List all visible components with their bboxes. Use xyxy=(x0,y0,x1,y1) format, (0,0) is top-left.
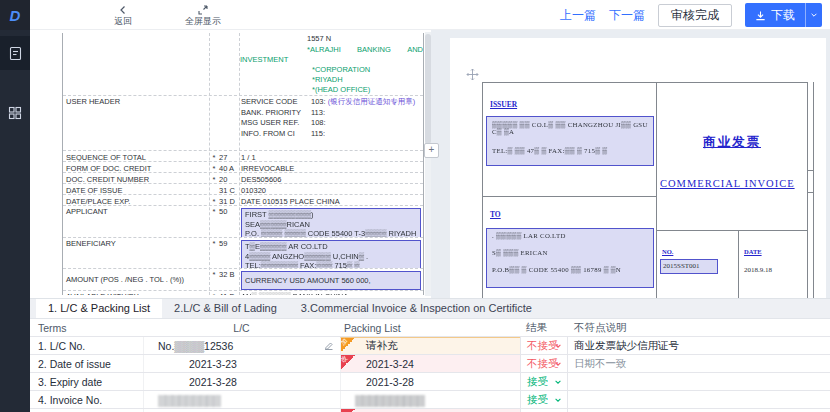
sidebar-item-apps[interactable] xyxy=(0,96,30,130)
invoice-grid-line xyxy=(808,192,814,193)
field-label: USER HEADER xyxy=(63,96,209,150)
bank-name-line: *CORPORATION xyxy=(312,65,423,75)
term-cell: 4. Invoice No. xyxy=(30,391,143,408)
changed-badge: 改 xyxy=(341,355,355,369)
invoice-column-divider xyxy=(813,82,814,298)
tab-commercial-invoice-inspection[interactable]: 3.Commercial Invoice & Inspection on Cer… xyxy=(289,299,544,318)
invoice-title-cn: 商业发票 xyxy=(656,134,808,151)
column-header-lc: L/C xyxy=(143,322,340,334)
app-screen: D 返回 全屏显示 上一篇 下一篇 审核完成 下载 xyxy=(0,0,830,412)
swift-message-table: 1557 N *ALRAJHI BANKING AND INVESTMENT *… xyxy=(62,33,424,295)
move-crosshair-icon[interactable] xyxy=(466,68,479,81)
swift-row: DOC. CREDIT NUMBER * 20 DES505606 xyxy=(63,172,423,183)
grid-apps-icon xyxy=(8,106,22,120)
comparison-table-header: Terms L/C Packing List 结果 不符点说明 xyxy=(30,319,830,337)
result-select[interactable]: 接受 xyxy=(521,375,567,389)
edit-pencil-icon[interactable] xyxy=(324,341,334,351)
swift-document-page: 1557 N *ALRAJHI BANKING AND INVESTMENT *… xyxy=(30,30,431,298)
bank-name-line: *ALRAJHI BANKING AND xyxy=(307,45,423,55)
user-header-item: INFO. FROM CI115: xyxy=(241,129,423,140)
invoice-document-page: ISSUER ▒▒▒▒▒ ▒▒ CO.L▒ ▒▒ CHANGZHOU JI▒▒ … xyxy=(450,38,826,298)
lc-value-cell: No.▒▒▒▒12536 xyxy=(143,337,340,354)
lc-value-cell: ▒▒▒▒▒▒▒▒▒ xyxy=(143,391,340,408)
highlighted-field-applicant[interactable]: FIRST ▒▒▒▒▒▒▒▒) SEA▒▒▒▒▒RICAN P.O. ▒▒▒▒ … xyxy=(241,208,421,237)
vertical-scrollbar[interactable] xyxy=(425,32,431,296)
discrepancy-note-cell[interactable] xyxy=(568,391,830,408)
packing-list-value-cell: 2021-3-28 xyxy=(340,373,520,390)
user-header-item: MSG USER REF.108: xyxy=(241,118,423,129)
result-select[interactable]: 不接受 xyxy=(521,357,567,371)
topbar: D 返回 全屏显示 上一篇 下一篇 审核完成 下载 xyxy=(0,0,830,30)
chevron-down-icon xyxy=(554,360,562,368)
app-logo: D xyxy=(0,0,30,30)
discrepancy-note-cell[interactable] xyxy=(568,373,830,390)
fullscreen-button[interactable]: 全屏显示 xyxy=(176,1,230,29)
invoice-column-divider xyxy=(656,82,657,298)
back-button[interactable]: 返回 xyxy=(103,1,143,29)
swift-row-user-header: USER HEADER SERVICE CODE103: (银行发信用证通知专用… xyxy=(63,95,423,150)
prev-doc-link[interactable]: 上一篇 xyxy=(560,7,596,24)
bank-name-line: INVESTMENT xyxy=(240,55,423,65)
fullscreen-icon xyxy=(198,5,208,15)
result-select[interactable]: 不接受 xyxy=(521,339,567,353)
invoice-no-label: NO. xyxy=(662,248,673,255)
comparison-tabs: 1. L/C & Packing List 2.L/C & Bill of La… xyxy=(30,299,830,319)
highlighted-field-amount[interactable]: CURRENCY USD AMOUNT 560 000, xyxy=(241,271,421,290)
swift-msg-type: 1557 N xyxy=(307,34,423,43)
download-dropdown-button[interactable] xyxy=(805,3,822,27)
highlighted-field-beneficiary[interactable]: T▒E▒▒▒▒▒ AR CO.LTD 4▒▒▒▒ ANGZHO▒▒▒▒▒ U,C… xyxy=(241,240,421,268)
lc-value-cell: 2021-3-28 xyxy=(143,373,340,390)
term-cell: 3. Expiry date xyxy=(30,373,143,390)
column-header-discrepancy: 不符点说明 xyxy=(568,321,830,335)
column-header-terms: Terms xyxy=(30,322,143,334)
document-workspace: 1557 N *ALRAJHI BANKING AND INVESTMENT *… xyxy=(30,30,830,298)
sidebar xyxy=(0,30,30,412)
to-label: TO xyxy=(490,210,501,219)
invoice-date-label: DATE xyxy=(744,248,762,255)
tab-lc-packing-list[interactable]: 1. L/C & Packing List xyxy=(36,299,162,318)
zoom-in-button[interactable]: + xyxy=(424,143,439,158)
review-complete-button[interactable]: 审核完成 xyxy=(658,4,732,27)
issuer-label: ISSUER xyxy=(490,100,517,109)
user-header-item: BANK. PRIORITY113: xyxy=(241,108,423,119)
highlighted-field-issuer[interactable]: ▒▒▒▒▒ ▒▒ CO.L▒ ▒▒ CHANGZHOU JI▒▒ GSU C▒ … xyxy=(486,116,654,166)
scrollbar-thumb[interactable] xyxy=(425,34,431,144)
result-select[interactable]: 接受 xyxy=(521,393,567,407)
fullscreen-label: 全屏显示 xyxy=(185,16,221,26)
sidebar-item-document-review[interactable] xyxy=(0,36,30,70)
invoice-column-divider xyxy=(738,230,739,298)
chevron-left-icon xyxy=(118,5,128,15)
chevron-down-icon xyxy=(554,342,562,350)
discrepancy-note-cell[interactable]: 商业发票缺少信用证号 xyxy=(568,337,830,354)
bank-stamp-note: (银行发信用证通知专用章) xyxy=(328,97,416,106)
swift-row-beneficiary: BENEFICIARY * 59 T▒E▒▒▒▒▒ AR CO.LTD 4▒▒▒… xyxy=(63,237,423,268)
next-doc-link[interactable]: 下一篇 xyxy=(609,7,645,24)
tab-lc-bill-of-lading[interactable]: 2.L/C & Bill of Lading xyxy=(162,299,289,318)
swift-row: DATE/PLACE EXP. * 31 D DATE 010515 PLACE… xyxy=(63,194,423,205)
download-icon xyxy=(755,10,766,21)
download-label: 下载 xyxy=(771,7,795,24)
invoice-grid-line xyxy=(656,230,808,231)
bank-name-line: *(HEAD OFFICE) xyxy=(312,85,423,95)
invoice-grid-line xyxy=(482,196,657,197)
download-button[interactable]: 下载 xyxy=(745,3,805,27)
invoice-grid-line xyxy=(808,170,814,171)
highlighted-field-invoice-no[interactable]: 2015SST001 xyxy=(660,259,718,274)
discrepancy-note-cell[interactable]: 日期不一致 xyxy=(568,355,830,372)
comparison-row: 1. L/C No. No.▒▒▒▒12536 加 请补充 不接受 商业发票缺少… xyxy=(30,337,830,355)
swift-row-amount: AMOUNT (POS . /NEG . TOL . (%)) * 32 B C… xyxy=(63,268,423,290)
column-header-packing-list: Packing List xyxy=(340,322,520,334)
topbar-actions: 上一篇 下一篇 审核完成 下载 xyxy=(560,0,822,30)
swift-row: SEQUENCE OF TOTAL * 27 1 / 1 xyxy=(63,150,423,161)
swift-row: FORM OF DOC. CREDIT * 40 A IRREVOCABLE xyxy=(63,161,423,172)
swift-row-header-block: 1557 N *ALRAJHI BANKING AND INVESTMENT *… xyxy=(63,33,423,95)
swift-row-applicant: APPLICANT * 50 FIRST ▒▒▒▒▒▒▒▒) SEA▒▒▒▒▒R… xyxy=(63,205,423,237)
comparison-row: 4. Invoice No. ▒▒▒▒▒▒▒▒▒ ▒▒▒▒▒▒▒▒▒▒ 接受 xyxy=(30,391,830,409)
user-header-item: SERVICE CODE103: (银行发信用证通知专用章) xyxy=(241,97,423,108)
download-split-button: 下载 xyxy=(745,3,822,27)
comparison-row: 3. Expiry date 2021-3-28 2021-3-28 接受 xyxy=(30,373,830,391)
highlighted-field-consignee[interactable]: . ▒▒▒▒▒ LAR CO.LTD S▒ ▒▒▒ ERICAN P.O.B▒▒… xyxy=(486,228,654,288)
term-cell: 2. Date of issue xyxy=(30,355,143,372)
back-label: 返回 xyxy=(114,16,132,26)
invoice-title-en: COMMERCIAL INVOICE xyxy=(660,178,795,189)
